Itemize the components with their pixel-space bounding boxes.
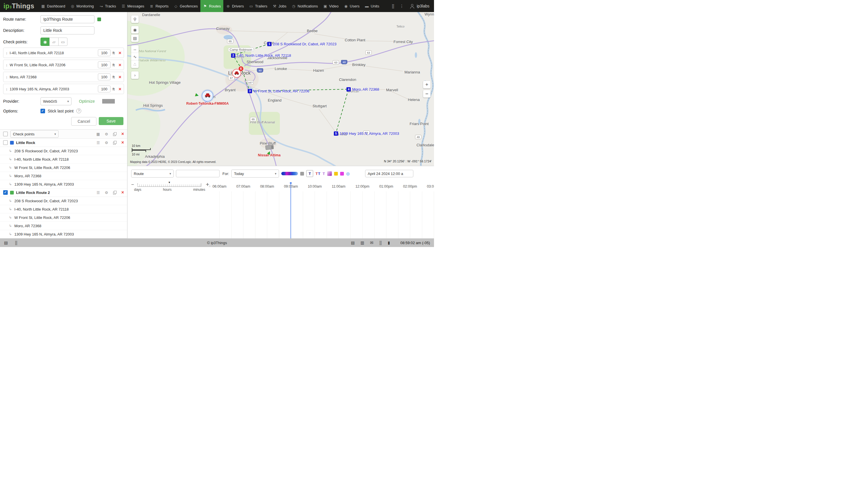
nav-item[interactable]: ⊚ Drivers: [223, 0, 246, 12]
remove-checkpoint-button[interactable]: ×: [118, 51, 122, 55]
checkpoint-mode-button[interactable]: ◉: [40, 38, 50, 46]
vehicle-marker[interactable]: [202, 90, 213, 101]
map-tool-button[interactable]: ∴: [131, 60, 138, 68]
statusbar-icon-button[interactable]: ⣿: [379, 241, 382, 245]
nav-item[interactable]: ⚑ Routes: [200, 0, 223, 12]
statusbar-icon-button[interactable]: ✉: [370, 241, 373, 245]
nav-item[interactable]: ⚒ Jobs: [270, 0, 289, 12]
copy-icon[interactable]: [113, 132, 116, 136]
save-button[interactable]: Save: [99, 117, 124, 125]
marker-toggle-button[interactable]: ◎: [346, 171, 350, 176]
map-tool-button[interactable]: ▤: [131, 34, 138, 42]
delete-icon[interactable]: ×: [122, 132, 124, 136]
zoom-out-button[interactable]: −: [423, 90, 430, 97]
date-input[interactable]: April 24 2024 12:00 a: [365, 170, 413, 177]
copy-icon[interactable]: [113, 191, 116, 194]
delete-icon[interactable]: ×: [122, 140, 124, 145]
list-icon[interactable]: ☰: [96, 141, 100, 145]
nav-item[interactable]: ▭ Trailers: [246, 0, 270, 12]
vehicle-marker[interactable]: [265, 145, 274, 150]
group-checkbox[interactable]: [3, 190, 8, 195]
cluster-count-badge[interactable]: 6: [238, 66, 244, 72]
radius-input[interactable]: 100: [98, 61, 111, 68]
statusbar-icon-button[interactable]: ▤: [4, 241, 8, 245]
reorder-icon[interactable]: ↕: [6, 63, 8, 67]
delete-icon[interactable]: ×: [122, 190, 124, 195]
map-tool-button[interactable]: ›: [131, 72, 138, 79]
slider-handle[interactable]: ▼: [168, 181, 171, 184]
nav-item[interactable]: ◉ Users: [341, 0, 362, 12]
checkpoint-list-item[interactable]: ↳ W Front St, Little Rock, AR 72206: [0, 164, 127, 172]
nav-icon-button[interactable]: ⣿: [389, 4, 397, 8]
statusbar-icon-button[interactable]: ▮: [388, 241, 390, 245]
slider-zoom-out-button[interactable]: −: [131, 182, 134, 188]
timeline-mode-select[interactable]: Route ▾: [131, 170, 174, 177]
cancel-button[interactable]: Cancel: [71, 117, 96, 126]
route-point-marker[interactable]: 2 I-40, North Little Rock, AR 72118: [231, 53, 291, 58]
timeline-cursor[interactable]: [291, 182, 291, 239]
map-tool-button[interactable]: ↔: [131, 45, 138, 53]
checkpoint-list-item[interactable]: ↳ I-40, North Little Rock, AR 72118: [0, 155, 127, 164]
map-tool-button[interactable]: ⚲: [131, 16, 138, 23]
radius-input[interactable]: 100: [98, 49, 111, 56]
route-color-swatch[interactable]: [97, 18, 101, 21]
group-checkbox[interactable]: [3, 140, 8, 145]
list-icon[interactable]: ☰: [96, 191, 100, 194]
route-group-row[interactable]: Little Rock ☰ ⚙ ×: [0, 138, 127, 147]
help-icon[interactable]: ?: [76, 109, 81, 113]
checkpoint-list-item[interactable]: ↳ Moro, AR 72368: [0, 222, 127, 230]
period-select[interactable]: Today ▾: [232, 170, 279, 177]
checkpoint-list-item[interactable]: ↳ 208 S Rockwood Dr, Cabot, AR 72023: [0, 197, 127, 205]
nav-item[interactable]: ☰ Messages: [118, 0, 147, 12]
route-point-marker[interactable]: 4 Moro, AR 72368: [347, 87, 379, 92]
map-tool-button[interactable]: ∿: [131, 53, 138, 60]
checkpoint-mode-button[interactable]: ▱: [49, 38, 58, 46]
route-group-row[interactable]: Little Rock Route 2 ☰ ⚙ ×: [0, 189, 127, 197]
select-all-checkbox[interactable]: [3, 132, 8, 136]
wrench-icon[interactable]: ⚙: [105, 191, 108, 194]
cancel-optimize-button[interactable]: Cancel: [102, 99, 115, 103]
checkpoint-list-item[interactable]: ↳ W Front St, Little Rock, AR 72206: [0, 213, 127, 222]
track-color-scale-button[interactable]: [281, 172, 298, 175]
statusbar-icon-button[interactable]: ▤: [351, 241, 354, 245]
gray-swatch-button[interactable]: [300, 172, 304, 175]
timeline-route-input[interactable]: [176, 170, 220, 177]
table-icon[interactable]: ▦: [96, 132, 100, 136]
reorder-icon[interactable]: ↕: [6, 75, 8, 79]
route-point-marker[interactable]: 1 208 S Rockwood Dr, Cabot, AR 72023: [267, 42, 336, 46]
map-canvas[interactable]: DardanelleWynneConwayBeebeTelicoCotton P…: [127, 12, 434, 166]
reorder-icon[interactable]: ↕: [6, 87, 8, 91]
optimize-button[interactable]: Optimize: [79, 99, 95, 103]
checkpoint-list-item[interactable]: ↳ Moro, AR 72368: [0, 172, 127, 180]
zoom-in-button[interactable]: +: [423, 81, 430, 88]
statusbar-icon-button[interactable]: ▥: [361, 241, 364, 245]
stick-last-point-checkbox[interactable]: [40, 109, 45, 113]
nav-item[interactable]: ≣ Reports: [147, 0, 171, 12]
route-point-marker[interactable]: 5 1309 Hwy 165 N, Almyra, AR 72003: [334, 131, 399, 136]
text-style-button[interactable]: T: [306, 170, 313, 177]
remove-checkpoint-button[interactable]: ×: [118, 87, 122, 92]
nav-item[interactable]: ▣ Video: [321, 0, 341, 12]
copy-icon[interactable]: [113, 141, 116, 145]
timeline-chart-area[interactable]: [207, 191, 434, 239]
radius-input[interactable]: 100: [98, 86, 111, 92]
checkpoint-list-item[interactable]: ↳ 1309 Hwy 165 N, Almyra, AR 72003: [0, 230, 127, 239]
nav-item[interactable]: ◇ Geofences: [171, 0, 200, 12]
checkpoint-list-item[interactable]: ↳ 1309 Hwy 165 N, Almyra, AR 72003: [0, 180, 127, 189]
magenta-swatch-button[interactable]: [340, 172, 344, 175]
nav-item[interactable]: ▦ Dashboard: [38, 0, 68, 12]
map-tool-button[interactable]: ◉: [131, 26, 138, 34]
checkpoint-list-item[interactable]: ↳ I-40, North Little Rock, AR 72118: [0, 205, 127, 213]
app-logo[interactable]: ip3Things: [0, 2, 38, 10]
nav-item[interactable]: ◎ Monitoring: [68, 0, 96, 12]
yellow-swatch-button[interactable]: [334, 172, 338, 175]
purple-gradient-button[interactable]: [327, 171, 332, 176]
wrench-icon[interactable]: ⚙: [105, 141, 108, 145]
slider-track[interactable]: ▼: [137, 184, 201, 187]
route-name-input[interactable]: Ip3Things Route: [40, 15, 94, 23]
list-type-select[interactable]: Check points ▾: [10, 130, 58, 138]
text-style-button-2[interactable]: T: [322, 172, 325, 176]
nav-item[interactable]: ▬ Units: [362, 0, 382, 12]
provider-select[interactable]: WebGIS ▾: [40, 97, 72, 105]
nav-item[interactable]: ◷ Notifications: [289, 0, 321, 12]
